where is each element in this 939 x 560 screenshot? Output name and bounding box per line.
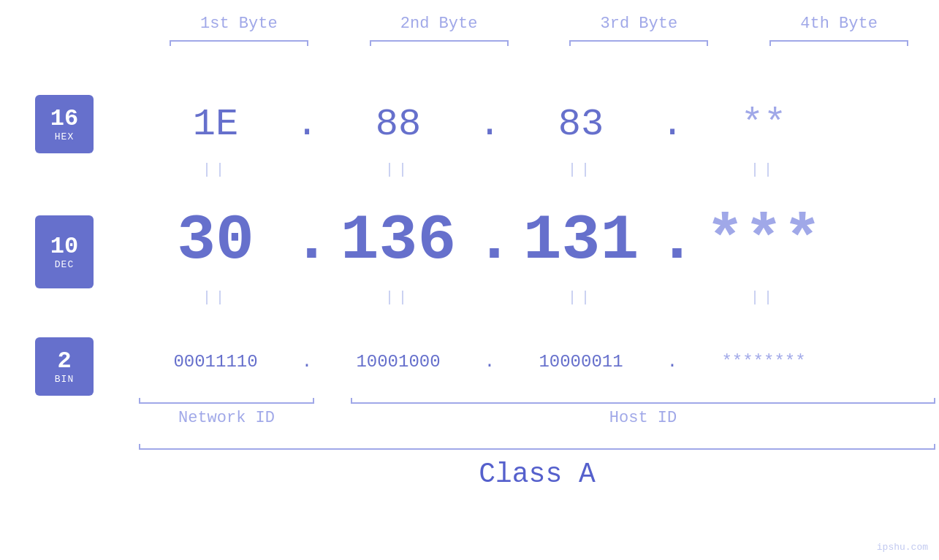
eq1-4: ||: [687, 161, 840, 178]
equals-row-2: || || || ||: [139, 285, 939, 310]
dec-val-3: 131: [504, 209, 658, 273]
hex-val-4: **: [687, 103, 840, 146]
bin-val-3: 10000011: [504, 352, 658, 372]
hex-val-1: 1E: [139, 103, 292, 146]
hex-badge: 16 HEX: [35, 95, 94, 153]
hex-dot-3: .: [658, 103, 687, 146]
bin-badge-label: BIN: [55, 374, 74, 385]
class-label: Class A: [139, 459, 935, 490]
bin-val-2: 10001000: [322, 352, 475, 372]
full-bottom-bracket: [139, 444, 935, 450]
hex-badge-label: HEX: [55, 131, 74, 142]
hex-dot-2: .: [475, 103, 504, 146]
bracket-byte-1: [170, 40, 308, 46]
bracket-byte-4: [769, 40, 908, 46]
dec-val-1: 30: [139, 209, 292, 273]
byte-label-1: 1st Byte: [162, 15, 316, 33]
byte-label-3: 3rd Byte: [562, 15, 715, 33]
network-id-label: Network ID: [139, 409, 314, 427]
eq1-3: ||: [504, 161, 658, 178]
dec-dot-3: .: [658, 209, 687, 273]
eq2-1: ||: [139, 289, 292, 306]
bin-dot-3: .: [658, 352, 687, 372]
eq1-2: ||: [322, 161, 475, 178]
dec-badge: 10 DEC: [35, 215, 94, 288]
hex-dot-1: .: [292, 103, 322, 146]
eq2-4: ||: [687, 289, 840, 306]
hex-val-3: 83: [504, 103, 658, 146]
byte-label-2: 2nd Byte: [362, 15, 516, 33]
bin-dot-2: .: [475, 352, 504, 372]
host-id-label: Host ID: [351, 409, 935, 427]
bin-badge: 2 BIN: [35, 337, 94, 396]
eq1-1: ||: [139, 161, 292, 178]
network-bracket: [139, 398, 314, 404]
bracket-byte-2: [370, 40, 509, 46]
byte-labels-row: 1st Byte 2nd Byte 3rd Byte 4th Byte: [139, 15, 939, 33]
equals-row-1: || || || ||: [139, 157, 939, 183]
dec-badge-label: DEC: [55, 259, 74, 270]
bin-badge-num: 2: [57, 348, 71, 374]
watermark: ipshu.com: [877, 542, 928, 553]
dec-badge-num: 10: [50, 234, 78, 259]
dec-dot-2: .: [475, 209, 504, 273]
dec-row: 30 . 136 . 131 . ***: [139, 201, 939, 281]
eq2-2: ||: [322, 289, 475, 306]
dec-val-4: ***: [687, 209, 840, 273]
hex-row: 1E . 88 . 83 . **: [139, 95, 939, 153]
top-brackets-row: [139, 40, 939, 46]
bin-val-4: ********: [687, 352, 840, 372]
dec-dot-1: .: [292, 209, 322, 273]
hex-badge-num: 16: [50, 106, 78, 131]
bin-row: 00011110 . 10001000 . 10000011 . *******…: [139, 332, 939, 391]
bin-val-1: 00011110: [139, 352, 292, 372]
host-bracket: [351, 398, 935, 404]
page-container: 1st Byte 2nd Byte 3rd Byte 4th Byte 16 H…: [0, 0, 939, 560]
bin-dot-1: .: [292, 352, 322, 372]
hex-val-2: 88: [322, 103, 475, 146]
bracket-byte-3: [569, 40, 708, 46]
dec-val-2: 136: [322, 209, 475, 273]
eq2-3: ||: [504, 289, 658, 306]
byte-label-4: 4th Byte: [762, 15, 916, 33]
